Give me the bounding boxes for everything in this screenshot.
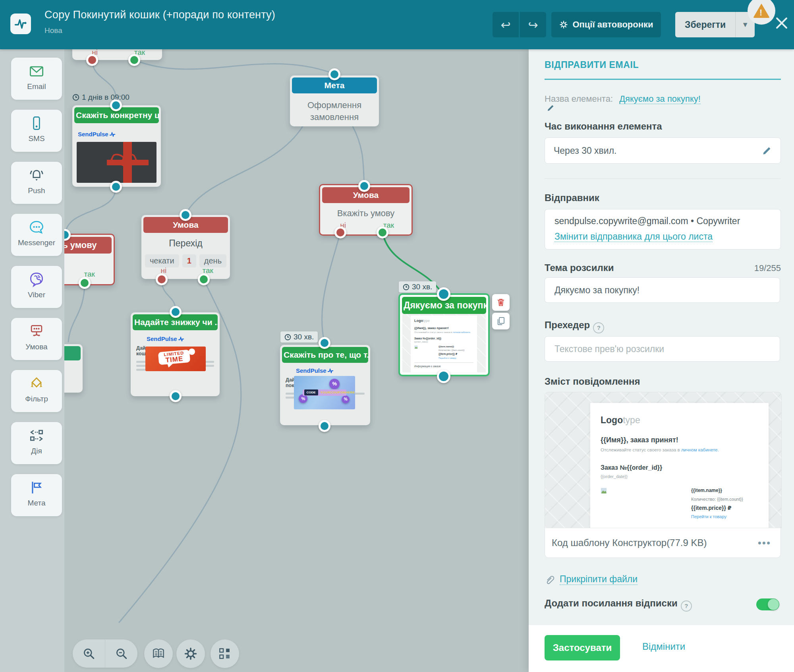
connector-dot-yes[interactable] xyxy=(128,54,140,66)
automation-builder-app: ні так Мета Оформлення замовлення 1 днів… xyxy=(0,0,794,672)
template-code-bar: Код шаблону Конструктор(77.9 KB) ••• xyxy=(545,528,781,558)
change-sender-link[interactable]: Змінити відправника для цього листа xyxy=(554,231,713,242)
sidebar-item-action[interactable]: Дія xyxy=(11,422,62,464)
warning-badge[interactable]: ! xyxy=(748,0,775,25)
preheader-input[interactable] xyxy=(545,336,780,362)
flow-options-button[interactable]: Опції автоворонки xyxy=(551,12,661,37)
coupon-image: % % % CODEYOURCOUPONHERE xyxy=(294,376,355,409)
paperclip-icon xyxy=(545,574,555,585)
copy-icon xyxy=(496,316,506,326)
branch-yes-label: так xyxy=(186,266,230,275)
edit-pencil-icon[interactable] xyxy=(762,146,772,155)
node-transition[interactable]: Умова Перехід чекати 1 день ні так xyxy=(141,215,230,279)
gear-icon xyxy=(559,20,568,29)
book-icon xyxy=(151,646,166,661)
goal-flag-icon xyxy=(28,479,45,496)
connector-dot-yes[interactable] xyxy=(377,227,388,238)
panel-title: ВІДПРАВИТИ EMAIL xyxy=(545,60,639,70)
timer-label-gift: 1 днів в 09:00 xyxy=(72,93,129,102)
time-value-field[interactable]: Через 30 хвил. xyxy=(545,137,781,164)
connector-dot[interactable] xyxy=(358,180,370,192)
close-button[interactable] xyxy=(775,16,789,30)
preview-logo: Logotype xyxy=(601,415,758,426)
sidebar-item-viber[interactable]: Viber xyxy=(11,266,62,308)
subject-input[interactable] xyxy=(545,277,780,303)
node-goal[interactable]: Мета Оформлення замовлення xyxy=(290,76,379,126)
zoom-out-icon xyxy=(114,647,129,661)
connector-dot[interactable] xyxy=(437,370,450,383)
connector-dot[interactable] xyxy=(180,209,191,221)
timer-label-future: 30 хв. xyxy=(280,331,318,343)
clock-icon xyxy=(284,334,291,341)
node-email-discount[interactable]: Надайте знижку чи ... SendPulse LIMITEDT… xyxy=(131,312,220,396)
wait-count-pill[interactable]: 1 xyxy=(182,254,196,267)
wait-pill[interactable]: чекати xyxy=(145,254,179,267)
save-button[interactable]: Зберегти xyxy=(675,12,735,37)
sender-section-label: Відправник xyxy=(545,192,599,203)
node-condition[interactable]: Умова Вкажіть умову ні так xyxy=(319,184,413,236)
connector-dot-no[interactable] xyxy=(156,273,168,285)
node-future-header: Скажіть про те, що т... xyxy=(282,347,368,363)
branch-yes-label: так xyxy=(366,221,411,230)
trash-icon xyxy=(496,297,506,308)
sidebar-item-goal[interactable]: Мета xyxy=(11,474,62,516)
node-email-selected[interactable]: Дякуємо за покупку! Logotype {{Имя}}, за… xyxy=(398,293,490,376)
connector-dot-no[interactable] xyxy=(334,227,346,238)
node-transition-body: Перехід xyxy=(141,235,230,250)
zoom-in-icon xyxy=(82,647,96,661)
connector-dot[interactable] xyxy=(170,390,182,402)
save-button-group: Зберегти ▼ xyxy=(675,12,755,37)
wait-unit-pill[interactable]: день xyxy=(199,254,226,267)
push-bell-icon xyxy=(28,167,45,184)
attach-files-row: Прикріпити файли xyxy=(545,574,638,585)
sender-box: sendpulse.copywrite@gmail.com • Copywrit… xyxy=(545,209,781,250)
element-name-row: Назва елемента: Дякуємо за покупку! xyxy=(545,94,701,112)
action-icon xyxy=(28,427,45,444)
connector-dot[interactable] xyxy=(110,99,122,111)
redo-button[interactable]: ↪ xyxy=(520,12,546,37)
connector-dot-no[interactable] xyxy=(86,54,98,66)
zoom-out-button[interactable] xyxy=(105,639,137,668)
connector-dot[interactable] xyxy=(319,420,330,432)
connector-dot-yes[interactable] xyxy=(79,277,91,289)
guide-button[interactable] xyxy=(144,639,173,668)
attach-files-link[interactable]: Прикріпити файли xyxy=(560,574,638,585)
sidebar-item-filter[interactable]: Фільтр xyxy=(11,370,62,412)
connector-dot[interactable] xyxy=(328,68,340,80)
connector-dot[interactable] xyxy=(170,306,182,318)
undo-button[interactable]: ↩ xyxy=(493,12,519,37)
email-template-preview[interactable]: Logotype {{Имя}}, заказ принят! Отслежив… xyxy=(545,392,782,528)
minimap-button[interactable] xyxy=(211,639,239,668)
edit-pencil-icon[interactable] xyxy=(547,104,554,112)
connector-dot-yes[interactable] xyxy=(198,273,210,285)
pulse-icon xyxy=(328,368,333,373)
delete-node-button[interactable] xyxy=(492,294,510,311)
sidebar-item-condition[interactable]: Умова xyxy=(11,318,62,360)
sendpulse-brand: SendPulse xyxy=(280,365,370,374)
app-logo[interactable] xyxy=(10,14,31,34)
template-menu-button[interactable]: ••• xyxy=(758,537,771,549)
zoom-in-button[interactable] xyxy=(73,639,105,668)
unsubscribe-toggle[interactable] xyxy=(756,598,779,610)
sidebar-item-push[interactable]: Push xyxy=(11,162,62,204)
settings-button[interactable] xyxy=(176,639,205,668)
help-icon[interactable]: ? xyxy=(681,600,692,612)
sidebar-item-email[interactable]: Email xyxy=(11,58,62,100)
connector-dot[interactable] xyxy=(437,287,450,301)
image-placeholder-icon xyxy=(414,345,418,349)
node-email-future[interactable]: Скажіть про те, що т... SendPulse % % % … xyxy=(280,345,370,425)
connector-dot[interactable] xyxy=(319,337,330,349)
clock-icon xyxy=(403,284,410,290)
cancel-button[interactable]: Відмінити xyxy=(642,641,685,652)
connector-dot[interactable] xyxy=(110,181,122,193)
element-name-link[interactable]: Дякуємо за покупку! xyxy=(619,94,701,104)
copy-node-button[interactable] xyxy=(492,313,510,329)
node-goal-body: Оформлення замовлення xyxy=(290,95,379,123)
node-email-gift[interactable]: Скажіть конкретну ц... SendPulse xyxy=(72,105,161,187)
help-icon[interactable]: ? xyxy=(593,322,604,333)
sidebar-item-messenger[interactable]: Messenger xyxy=(11,214,62,256)
limited-time-image: LIMITEDTIME xyxy=(145,347,206,371)
subject-counter: 19/255 xyxy=(545,263,781,273)
apply-button[interactable]: Застосувати xyxy=(545,635,620,660)
sidebar-item-sms[interactable]: SMS xyxy=(11,110,62,152)
